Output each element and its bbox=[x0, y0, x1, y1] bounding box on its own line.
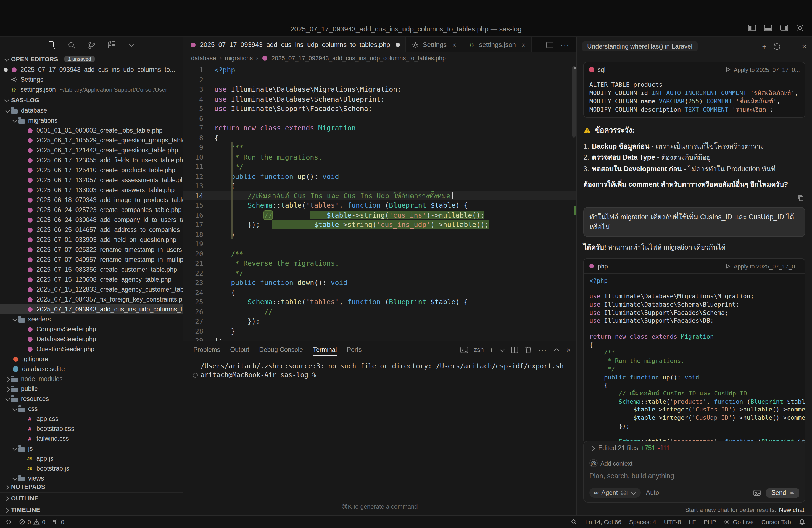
breadcrumb[interactable]: database›migrations›2025_07_17_093943_ad… bbox=[184, 53, 576, 63]
apply-button[interactable]: Apply to 2025_07_17_0... bbox=[726, 263, 800, 269]
code-line[interactable]: 1<?php bbox=[184, 65, 576, 75]
code-editor[interactable]: 1<?php23use Illuminate\Database\Migratio… bbox=[184, 63, 576, 341]
panel-tab-terminal[interactable]: Terminal bbox=[313, 341, 337, 358]
code-line[interactable]: 24 { bbox=[184, 288, 576, 297]
tree-folder[interactable]: seeders bbox=[0, 314, 183, 324]
tree-file[interactable]: 2025_06_17_105529_create_question_groups… bbox=[0, 135, 183, 145]
new-chat-link[interactable]: New chat bbox=[779, 507, 804, 513]
close-panel-icon[interactable]: × bbox=[566, 346, 570, 353]
open-editor-item[interactable]: 2025_07_17_093943_add_cus_ins_udp_column… bbox=[0, 64, 183, 75]
chevron-down-icon[interactable] bbox=[127, 41, 135, 50]
toggle-panel-icon[interactable] bbox=[764, 24, 772, 32]
code-line[interactable]: 21 * Reverse the migrations. bbox=[184, 259, 576, 268]
tree-file[interactable]: 2025_07_15_083356_create_customer_table.… bbox=[0, 265, 183, 275]
timeline-section[interactable]: TIMELINE bbox=[0, 504, 183, 515]
toggle-secondary-sidebar-icon[interactable] bbox=[780, 24, 788, 32]
code-line[interactable]: 13 { bbox=[184, 181, 576, 191]
tree-file[interactable]: QuestionSeeder.php bbox=[0, 344, 183, 354]
editor-tab[interactable]: {}settings.json× bbox=[463, 37, 532, 53]
eol-indicator[interactable]: LF bbox=[689, 518, 696, 525]
tree-folder[interactable]: resources bbox=[0, 394, 183, 404]
code-line[interactable]: 14 //เพิ่มคอลัมภ์ Cus_Ins และ Cus_Ins_Ud… bbox=[184, 191, 576, 201]
apply-button[interactable]: Apply to 2025_07_17_0... bbox=[726, 66, 800, 73]
code-line[interactable]: 23 public function down(): void bbox=[184, 278, 576, 288]
close-icon[interactable]: × bbox=[521, 41, 526, 49]
source-control-icon[interactable] bbox=[87, 41, 96, 50]
code-line[interactable]: 29}; bbox=[184, 336, 576, 341]
tree-file[interactable]: .gitignore bbox=[0, 354, 183, 364]
tree-file[interactable]: CompanySeeder.php bbox=[0, 324, 183, 334]
code-line[interactable]: 22 */ bbox=[184, 268, 576, 278]
shell-label[interactable]: zsh bbox=[474, 346, 484, 353]
tree-file[interactable]: JSbootstrap.js bbox=[0, 464, 183, 473]
tree-file[interactable]: 2025_07_07_040957_rename_timestamp_in_mu… bbox=[0, 254, 183, 265]
tree-folder[interactable]: migrations bbox=[0, 115, 183, 126]
code-line[interactable]: 2 bbox=[184, 75, 576, 85]
tree-file[interactable]: #app.css bbox=[0, 414, 183, 424]
tree-folder[interactable]: node_modules bbox=[0, 374, 183, 384]
code-line[interactable]: 5use Illuminate\Support\Facades\Schema; bbox=[184, 104, 576, 114]
copy-icon[interactable] bbox=[797, 194, 804, 201]
breadcrumb-item[interactable]: migrations bbox=[225, 55, 253, 61]
tree-file[interactable]: 2025_07_15_122833_create_agency_customer… bbox=[0, 284, 183, 294]
panel-tab-output[interactable]: Output bbox=[230, 341, 249, 358]
edited-files-row[interactable]: Edited 21 files +751-111 bbox=[584, 441, 805, 455]
panel-tab-ports[interactable]: Ports bbox=[347, 341, 362, 358]
image-icon[interactable] bbox=[753, 488, 762, 497]
terminal-dropdown-icon[interactable] bbox=[499, 347, 505, 353]
tree-file[interactable]: JSapp.js bbox=[0, 453, 183, 464]
code-line[interactable]: 28 } bbox=[184, 326, 576, 336]
extensions-icon[interactable] bbox=[107, 41, 116, 50]
more-actions-icon[interactable]: ··· bbox=[561, 41, 569, 49]
tree-file[interactable]: DatabaseSeeder.php bbox=[0, 334, 183, 344]
outline-section[interactable]: OUTLINE bbox=[0, 492, 183, 504]
editor-tab[interactable]: 2025_07_17_093943_add_cus_ins_udp_column… bbox=[184, 37, 406, 53]
split-editor-icon[interactable] bbox=[546, 41, 554, 49]
chat-conversation[interactable]: sql Apply to 2025_07_17_0... ALTER TABLE… bbox=[577, 56, 812, 441]
tree-file[interactable]: 2025_06_24_025723_create_companies_table… bbox=[0, 205, 183, 215]
tree-file[interactable]: 2025_06_17_125410_create_products_table.… bbox=[0, 165, 183, 175]
editor-scrollbar[interactable] bbox=[572, 66, 576, 137]
settings-gear-icon[interactable] bbox=[796, 24, 804, 32]
history-icon[interactable] bbox=[773, 42, 781, 50]
code-line[interactable]: 12 public function up(): void bbox=[184, 172, 576, 181]
code-line[interactable]: 9 /** bbox=[184, 143, 576, 152]
code-line[interactable]: 10 * Run the migrations. bbox=[184, 152, 576, 162]
tree-folder[interactable]: css bbox=[0, 404, 183, 414]
code-line[interactable]: 26 // bbox=[184, 307, 576, 317]
kill-terminal-icon[interactable] bbox=[524, 346, 533, 354]
open-editor-item[interactable]: Settings bbox=[0, 75, 183, 85]
code-line[interactable]: 8{ bbox=[184, 133, 576, 143]
tree-file[interactable]: 2025_06_18_070343_add_image_to_products_… bbox=[0, 195, 183, 205]
tree-file[interactable]: 2025_06_17_133003_create_answers_table.p… bbox=[0, 185, 183, 195]
zoom-icon[interactable] bbox=[571, 518, 578, 525]
tree-file[interactable]: 2025_06_17_121443_create_questions_table… bbox=[0, 145, 183, 155]
model-selector[interactable]: Auto bbox=[646, 489, 659, 496]
code-line[interactable]: 25 Schema::table('tables', function (Blu… bbox=[184, 297, 576, 307]
spaces-indicator[interactable]: Spaces: 4 bbox=[629, 518, 656, 525]
encoding-indicator[interactable]: UTF-8 bbox=[664, 518, 681, 525]
toggle-primary-sidebar-icon[interactable] bbox=[748, 24, 756, 32]
code-line[interactable]: 4use Illuminate\Database\Schema\Blueprin… bbox=[184, 94, 576, 104]
tree-file[interactable]: 2025_06_17_123055_add_fields_to_users_ta… bbox=[0, 155, 183, 165]
code-line[interactable]: 15 Schema::table('tables', function (Blu… bbox=[184, 201, 576, 210]
code-line[interactable]: 6 bbox=[184, 114, 576, 123]
user-message[interactable]: ทำในไฟล์ migration เดียวกับที่ใช้เพิ่ม C… bbox=[583, 207, 806, 237]
ports-indicator[interactable]: 0 bbox=[52, 518, 64, 525]
tree-file[interactable]: database.sqlite bbox=[0, 364, 183, 374]
tree-file[interactable]: 2025_06_24_030048_add_company_id_to_user… bbox=[0, 215, 183, 225]
tree-file[interactable]: #tailwind.css bbox=[0, 434, 183, 443]
code-line[interactable]: 20 /** bbox=[184, 249, 576, 259]
split-terminal-icon[interactable] bbox=[511, 346, 519, 354]
tree-file[interactable]: 2025_06_17_132057_create_assessments_tab… bbox=[0, 175, 183, 185]
project-section-header[interactable]: SAS-LOG bbox=[0, 94, 183, 105]
problems-indicator[interactable]: 0 0 bbox=[19, 518, 46, 525]
explorer-icon[interactable] bbox=[47, 41, 56, 50]
open-editor-item[interactable]: {}settings.json~/Library/Application Sup… bbox=[0, 85, 183, 94]
new-chat-icon[interactable]: + bbox=[762, 43, 766, 50]
code-line[interactable]: 7return new class extends Migration bbox=[184, 123, 576, 133]
panel-tab-problems[interactable]: Problems bbox=[193, 341, 220, 358]
cursor-tab-toggle[interactable]: Cursor Tab bbox=[762, 518, 791, 525]
tree-folder[interactable]: public bbox=[0, 384, 183, 394]
notepads-section[interactable]: NOTEPADS bbox=[0, 481, 183, 492]
